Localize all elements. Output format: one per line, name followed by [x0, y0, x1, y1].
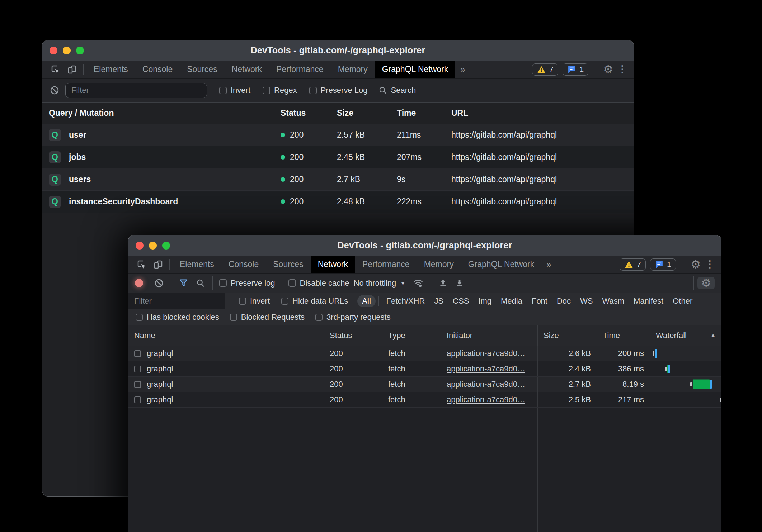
- column-header-time[interactable]: Time: [390, 103, 445, 124]
- row-checkbox[interactable]: [134, 366, 141, 372]
- preserve-log-checkbox[interactable]: [219, 279, 227, 287]
- tab-performance[interactable]: Performance: [269, 61, 331, 78]
- column-header-url[interactable]: URL: [445, 103, 634, 124]
- preserve-log-checkbox[interactable]: [309, 87, 317, 94]
- invert-checkbox[interactable]: [239, 298, 246, 305]
- chip-wasm[interactable]: Wasm: [598, 295, 629, 307]
- column-header-time[interactable]: Time: [597, 325, 650, 346]
- maximize-window-button[interactable]: [162, 242, 170, 250]
- chip-css[interactable]: CSS: [448, 295, 474, 307]
- minimize-window-button[interactable]: [63, 47, 71, 54]
- search-icon[interactable]: [196, 278, 205, 288]
- filter-funnel-icon[interactable]: [179, 278, 188, 288]
- column-header-size[interactable]: Size: [538, 325, 597, 346]
- hide-data-urls-checkbox[interactable]: [281, 298, 288, 305]
- tab-graphql-network[interactable]: GraphQL Network: [461, 256, 542, 273]
- column-header-status[interactable]: Status: [324, 325, 382, 346]
- network-request-row[interactable]: graphql 200 fetch application-a7ca9d0… 2…: [128, 361, 721, 377]
- table-row[interactable]: QinstanceSecurityDashboard 200 2.48 kB 2…: [42, 191, 634, 213]
- throttling-dropdown[interactable]: No throttling ▾: [354, 279, 405, 288]
- tab-sources[interactable]: Sources: [266, 256, 310, 273]
- inspect-element-icon[interactable]: [47, 61, 64, 78]
- tab-sources[interactable]: Sources: [180, 61, 224, 78]
- invert-checkbox[interactable]: [219, 87, 227, 94]
- chip-all[interactable]: All: [357, 295, 375, 307]
- row-checkbox[interactable]: [134, 396, 141, 403]
- settings-gear-icon[interactable]: ⚙: [603, 64, 613, 75]
- more-tabs-chevron[interactable]: »: [455, 61, 470, 78]
- initiator-link[interactable]: application-a7ca9d0…: [447, 364, 525, 374]
- tab-network[interactable]: Network: [225, 61, 269, 78]
- table-row[interactable]: Qjobs 200 2.45 kB 207ms https://gitlab.c…: [42, 146, 634, 168]
- graphql-filter-input[interactable]: [65, 83, 207, 98]
- export-har-icon[interactable]: [455, 279, 464, 288]
- warnings-badge[interactable]: 7: [620, 258, 646, 271]
- column-header-type[interactable]: Type: [382, 325, 441, 346]
- tab-graphql-network[interactable]: GraphQL Network: [375, 61, 456, 78]
- chip-font[interactable]: Font: [527, 295, 552, 307]
- disable-cache-checkbox[interactable]: [288, 279, 296, 287]
- column-header-name[interactable]: Name: [128, 325, 324, 346]
- search-button[interactable]: Search: [378, 86, 416, 95]
- network-conditions-icon[interactable]: [413, 277, 424, 289]
- titlebar[interactable]: DevTools - gitlab.com/-/graphql-explorer: [128, 235, 721, 256]
- table-row[interactable]: Qusers 200 2.7 kB 9s https://gitlab.com/…: [42, 168, 634, 191]
- tab-elements[interactable]: Elements: [173, 256, 221, 273]
- time-value: 222ms: [397, 197, 422, 206]
- inspect-element-icon[interactable]: [133, 256, 150, 273]
- third-party-requests-checkbox[interactable]: [315, 314, 323, 321]
- regex-checkbox[interactable]: [263, 87, 270, 94]
- chip-other[interactable]: Other: [668, 295, 697, 307]
- network-filter-input[interactable]: [128, 293, 225, 309]
- chip-media[interactable]: Media: [496, 295, 527, 307]
- chip-ws[interactable]: WS: [575, 295, 597, 307]
- messages-badge[interactable]: 1: [563, 63, 588, 76]
- column-header-size[interactable]: Size: [330, 103, 390, 124]
- device-toolbar-icon[interactable]: [150, 256, 166, 273]
- initiator-link[interactable]: application-a7ca9d0…: [447, 395, 525, 404]
- network-request-row[interactable]: graphql 200 fetch application-a7ca9d0… 2…: [128, 346, 721, 361]
- warnings-badge[interactable]: 7: [532, 63, 558, 76]
- close-window-button[interactable]: [136, 242, 144, 250]
- device-toolbar-icon[interactable]: [64, 61, 80, 78]
- tab-elements[interactable]: Elements: [86, 61, 135, 78]
- initiator-link[interactable]: application-a7ca9d0…: [447, 349, 525, 358]
- column-header-status[interactable]: Status: [274, 103, 330, 124]
- network-settings-button[interactable]: ⚙: [697, 277, 715, 289]
- tab-memory[interactable]: Memory: [331, 61, 375, 78]
- more-options-icon[interactable]: ⋮: [705, 260, 715, 269]
- network-request-row[interactable]: graphql 200 fetch application-a7ca9d0… 2…: [128, 392, 721, 408]
- row-checkbox[interactable]: [134, 381, 141, 388]
- column-header-waterfall[interactable]: Waterfall ▲: [650, 325, 721, 346]
- column-header-initiator[interactable]: Initiator: [441, 325, 538, 346]
- chip-fetch-xhr[interactable]: Fetch/XHR: [382, 295, 430, 307]
- settings-gear-icon[interactable]: ⚙: [691, 259, 701, 270]
- minimize-window-button[interactable]: [149, 242, 157, 250]
- tab-console[interactable]: Console: [221, 256, 266, 273]
- close-window-button[interactable]: [50, 47, 57, 54]
- tab-performance[interactable]: Performance: [355, 256, 417, 273]
- has-blocked-cookies-checkbox[interactable]: [136, 314, 143, 321]
- more-options-icon[interactable]: ⋮: [617, 65, 627, 74]
- maximize-window-button[interactable]: [76, 47, 84, 54]
- chip-manifest[interactable]: Manifest: [629, 295, 668, 307]
- record-network-log-button[interactable]: [135, 279, 143, 287]
- tab-console[interactable]: Console: [135, 61, 180, 78]
- more-tabs-chevron[interactable]: »: [541, 256, 556, 273]
- tab-network[interactable]: Network: [311, 256, 355, 273]
- messages-badge[interactable]: 1: [650, 258, 676, 271]
- column-header-query-mutation[interactable]: Query / Mutation: [42, 103, 274, 124]
- import-har-icon[interactable]: [438, 279, 448, 288]
- titlebar[interactable]: DevTools - gitlab.com/-/graphql-explorer: [42, 40, 634, 61]
- row-checkbox[interactable]: [134, 350, 141, 357]
- blocked-requests-checkbox[interactable]: [230, 314, 237, 321]
- chip-js[interactable]: JS: [429, 295, 448, 307]
- network-request-row[interactable]: graphql 200 fetch application-a7ca9d0… 2…: [128, 377, 721, 392]
- tab-memory[interactable]: Memory: [417, 256, 461, 273]
- chip-doc[interactable]: Doc: [552, 295, 575, 307]
- table-row[interactable]: Quser 200 2.57 kB 211ms https://gitlab.c…: [42, 124, 634, 146]
- initiator-link[interactable]: application-a7ca9d0…: [447, 380, 525, 389]
- clear-network-log-icon[interactable]: [154, 278, 164, 288]
- block-requests-icon[interactable]: [50, 85, 60, 95]
- chip-img[interactable]: Img: [474, 295, 496, 307]
